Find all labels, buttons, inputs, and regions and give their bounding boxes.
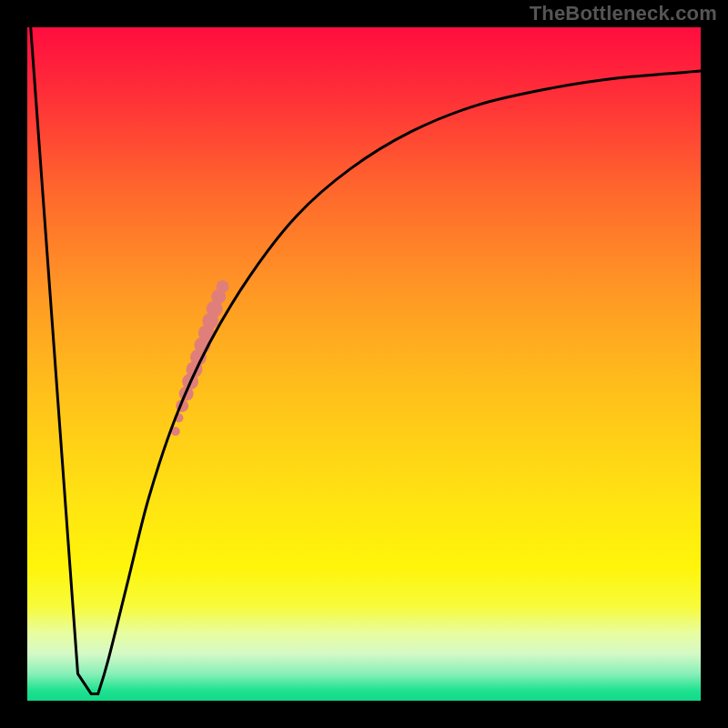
gradient-background (27, 27, 701, 701)
watermark-text: TheBottleneck.com (530, 2, 717, 25)
chart-svg (27, 27, 701, 701)
plot-area (27, 27, 701, 701)
highlight-dot (217, 280, 229, 293)
chart-container: TheBottleneck.com (0, 0, 728, 728)
